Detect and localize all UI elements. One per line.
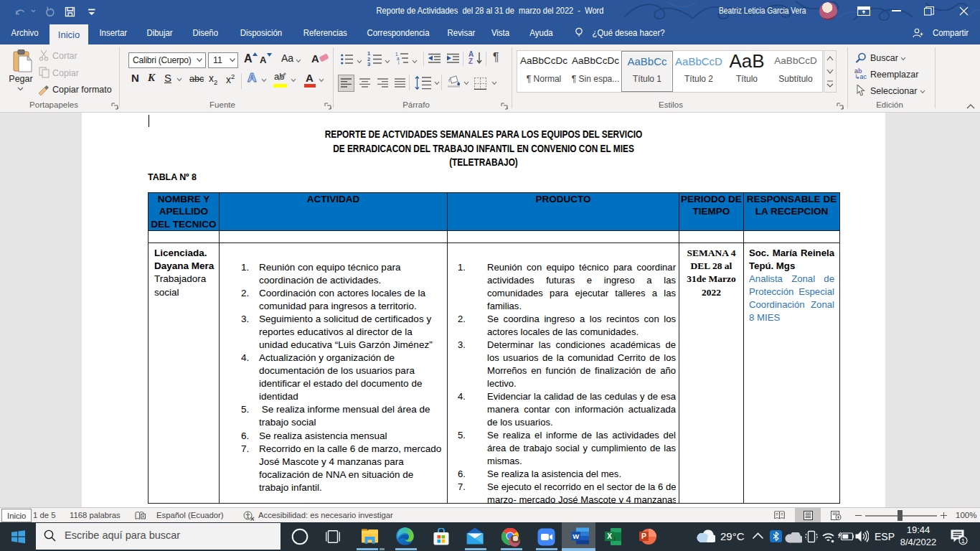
svg-text:W: W: [573, 532, 579, 540]
svg-text:i: i: [398, 60, 399, 65]
svg-text:1: 1: [961, 537, 965, 545]
svg-text:X: X: [607, 532, 612, 540]
svg-text:P: P: [641, 532, 646, 540]
